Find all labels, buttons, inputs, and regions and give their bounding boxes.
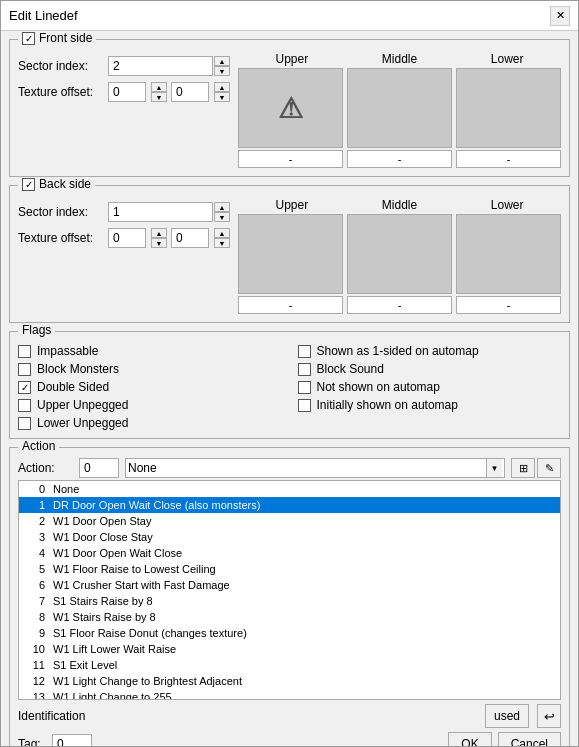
action-select[interactable]: None ▼ <box>125 458 505 478</box>
dropdown-item-num: 12 <box>23 675 45 687</box>
undo-button[interactable]: ↩ <box>537 704 561 728</box>
dropdown-item[interactable]: 9S1 Floor Raise Donut (changes texture) <box>19 625 560 641</box>
flag-right-checkbox-3[interactable] <box>298 399 311 412</box>
flag-checkbox-0[interactable] <box>18 345 31 358</box>
front-sector-index-up[interactable]: ▲ <box>214 56 230 66</box>
dropdown-item-text: W1 Door Open Wait Close <box>53 547 182 559</box>
back-offset-y-input[interactable] <box>171 228 209 248</box>
front-upper-label: Upper <box>238 52 346 66</box>
dropdown-item-text: S1 Exit Level <box>53 659 117 671</box>
front-middle-name: - <box>347 150 452 168</box>
back-middle-label: Middle <box>346 198 454 212</box>
grid-icon-button[interactable]: ⊞ <box>511 458 535 478</box>
used-button[interactable]: used <box>485 704 529 728</box>
close-button[interactable]: ✕ <box>550 6 570 26</box>
dropdown-item[interactable]: 1DR Door Open Wait Close (also monsters) <box>19 497 560 513</box>
dropdown-item-text: W1 Light Change to Brightest Adjacent <box>53 675 242 687</box>
dropdown-item-num: 6 <box>23 579 45 591</box>
front-sector-index-label: Sector index: <box>18 59 108 73</box>
back-side-title: Back side <box>18 177 95 191</box>
identification-label: Identification <box>18 709 85 723</box>
back-offset-y-down[interactable]: ▼ <box>214 238 230 248</box>
back-middle-texture[interactable] <box>347 214 452 294</box>
back-side-group: Back side Sector index: ▲ ▼ Texture offs… <box>9 185 570 323</box>
dropdown-item-text: W1 Door Close Stay <box>53 531 153 543</box>
ok-button[interactable]: OK <box>448 732 491 746</box>
warning-icon: ⚠ <box>278 92 303 125</box>
back-sector-index-input[interactable] <box>108 202 213 222</box>
front-offset-x-down[interactable]: ▼ <box>151 92 167 102</box>
front-lower-label: Lower <box>453 52 561 66</box>
dropdown-item-num: 2 <box>23 515 45 527</box>
flag-right-checkbox-1[interactable] <box>298 363 311 376</box>
dropdown-item[interactable]: 0None <box>19 481 560 497</box>
front-sector-index-input[interactable] <box>108 56 213 76</box>
dropdown-item-num: 3 <box>23 531 45 543</box>
dropdown-item-text: S1 Stairs Raise by 8 <box>53 595 153 607</box>
front-side-title: Front side <box>18 31 96 45</box>
flag-label-2: Double Sided <box>37 380 109 394</box>
flag-checkbox-3[interactable] <box>18 399 31 412</box>
front-offset-y-down[interactable]: ▼ <box>214 92 230 102</box>
back-lower-texture[interactable] <box>456 214 561 294</box>
flag-right-row: Initially shown on automap <box>298 398 562 412</box>
front-lower-texture[interactable] <box>456 68 561 148</box>
back-offset-x-up[interactable]: ▲ <box>151 228 167 238</box>
back-upper-texture[interactable] <box>238 214 343 294</box>
dropdown-item-text: DR Door Open Wait Close (also monsters) <box>53 499 260 511</box>
cancel-button[interactable]: Cancel <box>498 732 561 746</box>
dropdown-item[interactable]: 4W1 Door Open Wait Close <box>19 545 560 561</box>
flags-title: Flags <box>18 323 55 337</box>
dropdown-item-text: W1 Door Open Stay <box>53 515 151 527</box>
flag-checkbox-1[interactable] <box>18 363 31 376</box>
paint-icon-button[interactable]: ✎ <box>537 458 561 478</box>
back-upper-name: - <box>238 296 343 314</box>
dropdown-item[interactable]: 7S1 Stairs Raise by 8 <box>19 593 560 609</box>
front-offset-y-up[interactable]: ▲ <box>214 82 230 92</box>
action-label: Action: <box>18 461 73 475</box>
flag-row: Impassable <box>18 344 282 358</box>
back-offset-x-down[interactable]: ▼ <box>151 238 167 248</box>
dropdown-item-num: 1 <box>23 499 45 511</box>
back-lower-label: Lower <box>453 198 561 212</box>
front-middle-texture[interactable] <box>347 68 452 148</box>
back-offset-x-input[interactable] <box>108 228 146 248</box>
back-middle-name: - <box>347 296 452 314</box>
dropdown-item[interactable]: 2W1 Door Open Stay <box>19 513 560 529</box>
action-title: Action <box>18 439 59 453</box>
back-upper-label: Upper <box>238 198 346 212</box>
dropdown-item[interactable]: 8W1 Stairs Raise by 8 <box>19 609 560 625</box>
front-upper-texture[interactable]: ⚠ <box>238 68 343 148</box>
dropdown-item[interactable]: 12W1 Light Change to Brightest Adjacent <box>19 673 560 689</box>
back-sector-index-down[interactable]: ▼ <box>214 212 230 222</box>
flag-right-checkbox-2[interactable] <box>298 381 311 394</box>
flag-right-label-3: Initially shown on automap <box>317 398 458 412</box>
tag-label: Tag: <box>18 737 46 746</box>
front-sector-index-down[interactable]: ▼ <box>214 66 230 76</box>
dropdown-item[interactable]: 10W1 Lift Lower Wait Raise <box>19 641 560 657</box>
dropdown-item[interactable]: 13W1 Light Change to 255 <box>19 689 560 700</box>
back-side-checkbox[interactable] <box>22 178 35 191</box>
tag-input[interactable] <box>52 734 92 746</box>
flag-right-checkbox-0[interactable] <box>298 345 311 358</box>
front-upper-name: - <box>238 150 343 168</box>
dropdown-arrow-icon[interactable]: ▼ <box>486 459 502 477</box>
dropdown-item[interactable]: 11S1 Exit Level <box>19 657 560 673</box>
front-lower-name: - <box>456 150 561 168</box>
dropdown-item[interactable]: 6W1 Crusher Start with Fast Damage <box>19 577 560 593</box>
front-offset-x-input[interactable] <box>108 82 146 102</box>
front-offset-x-up[interactable]: ▲ <box>151 82 167 92</box>
dropdown-item[interactable]: 3W1 Door Close Stay <box>19 529 560 545</box>
flag-checkbox-2[interactable] <box>18 381 31 394</box>
front-side-checkbox[interactable] <box>22 32 35 45</box>
action-value-input[interactable] <box>79 458 119 478</box>
back-sector-index-up[interactable]: ▲ <box>214 202 230 212</box>
front-offset-y-input[interactable] <box>171 82 209 102</box>
flag-right-row: Shown as 1-sided on automap <box>298 344 562 358</box>
back-offset-y-up[interactable]: ▲ <box>214 228 230 238</box>
action-select-text: None <box>128 461 486 475</box>
flag-checkbox-4[interactable] <box>18 417 31 430</box>
flag-right-row: Not shown on automap <box>298 380 562 394</box>
flag-label-0: Impassable <box>37 344 98 358</box>
dropdown-item[interactable]: 5W1 Floor Raise to Lowest Ceiling <box>19 561 560 577</box>
